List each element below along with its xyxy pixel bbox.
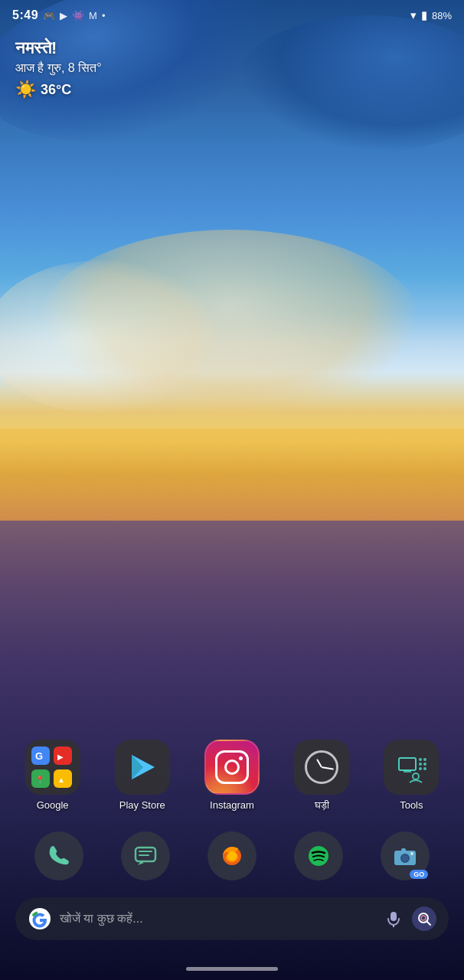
tools-label: Tools <box>400 799 423 811</box>
svg-text:▲: ▲ <box>57 776 65 784</box>
dock-camera[interactable]: GO <box>381 831 430 880</box>
svg-line-29 <box>427 922 430 925</box>
google-search-logo <box>28 906 52 931</box>
svg-point-27 <box>419 913 428 923</box>
svg-point-28 <box>421 916 426 920</box>
svg-rect-7 <box>404 770 411 773</box>
date-text: आज है गुरु, 8 सित° <box>15 61 102 75</box>
clock-label: घड़ी <box>315 799 329 812</box>
clock-minute-hand <box>322 766 334 770</box>
wifi-icon: ▾ <box>410 8 417 22</box>
insta-inner <box>215 750 249 784</box>
drive-sub-icon: ▲ <box>54 769 72 788</box>
app-tools[interactable]: Tools <box>373 740 449 811</box>
camera-go-badge: GO <box>410 870 428 879</box>
svg-point-10 <box>419 763 422 766</box>
phone-icon <box>47 844 71 868</box>
google-folder-icon[interactable]: G ▶ 📍 ▲ <box>25 740 80 795</box>
app-google[interactable]: G ▶ 📍 ▲ Google <box>15 740 91 811</box>
temperature-text: 36°C <box>41 82 71 98</box>
svg-point-14 <box>413 773 419 779</box>
temperature-line: ☀️ 36°C <box>15 80 102 100</box>
svg-text:▶: ▶ <box>57 753 64 761</box>
dot-icon: • <box>102 10 106 21</box>
instagram-label: Instagram <box>210 799 254 811</box>
svg-point-17 <box>227 851 237 861</box>
mic-icon <box>385 910 402 927</box>
home-indicator[interactable] <box>186 967 278 971</box>
gmail-icon: M <box>89 10 97 21</box>
status-time: 5:49 <box>12 8 38 22</box>
svg-rect-6 <box>399 758 416 770</box>
tools-svg <box>394 750 428 784</box>
insta-dot <box>239 756 243 760</box>
svg-text:📍: 📍 <box>35 775 45 784</box>
youtube-icon: ▶ <box>60 10 67 21</box>
search-mic-button[interactable] <box>383 908 404 929</box>
sun-icon: ☀️ <box>15 80 36 100</box>
maps-sub-icon: 📍 <box>31 769 50 788</box>
dock-messages[interactable] <box>121 831 170 880</box>
dock-firefox[interactable] <box>207 831 257 880</box>
svg-point-8 <box>419 758 422 761</box>
status-left: 5:49 🎮 ▶ 👾 M • <box>12 8 105 22</box>
svg-point-21 <box>402 855 408 861</box>
svg-text:G: G <box>35 750 43 761</box>
insta-circle <box>224 760 240 775</box>
dock-phone[interactable] <box>34 831 83 880</box>
playstore-icon[interactable] <box>115 740 170 795</box>
battery-percent: 88% <box>432 10 452 21</box>
svg-point-12 <box>419 767 422 770</box>
status-right: ▾ ▮ 88% <box>410 8 452 22</box>
battery-icon: ▮ <box>421 8 427 22</box>
youtube-sub-icon: ▶ <box>54 746 72 765</box>
app-playstore[interactable]: Play Store <box>104 740 181 811</box>
clock-icon[interactable] <box>294 740 349 795</box>
search-bar[interactable]: खोजें या कुछ कहें... <box>15 897 449 940</box>
dock-spotify[interactable] <box>294 831 343 880</box>
lens-icon <box>417 911 432 926</box>
greeting-text: नमस्ते! <box>15 38 102 58</box>
playstore-label: Play Store <box>119 799 165 811</box>
tools-icon[interactable] <box>384 740 439 795</box>
svg-rect-25 <box>390 912 397 921</box>
search-lens-button[interactable] <box>412 906 436 931</box>
google-g-icon: G <box>31 746 50 765</box>
svg-point-13 <box>423 767 426 770</box>
status-bar: 5:49 🎮 ▶ 👾 M • ▾ ▮ 88% <box>0 0 464 31</box>
notification-icon: 👾 <box>72 10 84 21</box>
bottom-dock: GO <box>0 831 464 880</box>
firefox-icon <box>220 844 244 868</box>
svg-rect-22 <box>401 848 406 851</box>
search-placeholder[interactable]: खोजें या कुछ कहें... <box>60 912 375 926</box>
instagram-icon[interactable] <box>204 740 260 795</box>
camera-icon <box>393 844 417 868</box>
svg-point-23 <box>410 852 413 855</box>
svg-point-11 <box>423 763 426 766</box>
google-label: Google <box>37 799 69 811</box>
clock-face <box>305 750 338 784</box>
game-icon: 🎮 <box>43 10 55 21</box>
svg-point-9 <box>423 758 426 761</box>
spotify-icon <box>306 844 331 868</box>
app-instagram[interactable]: Instagram <box>194 740 270 811</box>
messages-icon <box>133 844 158 868</box>
play-triangle-svg <box>126 750 159 784</box>
app-clock[interactable]: घड़ी <box>283 740 360 812</box>
weather-widget: नमस्ते! आज है गुरु, 8 सित° ☀️ 36°C <box>15 38 102 100</box>
app-row: G ▶ 📍 ▲ Google Play Store <box>0 740 464 812</box>
